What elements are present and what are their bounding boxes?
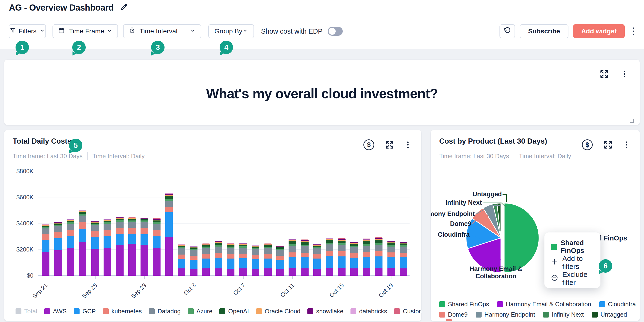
- stacked-bar[interactable]: [313, 244, 321, 276]
- bar-segment[interactable]: [338, 243, 346, 245]
- stacked-bar[interactable]: [350, 242, 358, 276]
- bar-segment[interactable]: [301, 257, 308, 268]
- legend-item[interactable]: kubernetes: [103, 308, 142, 315]
- bar-segment[interactable]: [227, 245, 234, 247]
- bar-segment[interactable]: [165, 199, 173, 201]
- bar-segment[interactable]: [42, 227, 50, 228]
- currency-icon[interactable]: $: [364, 139, 374, 150]
- bar-segment[interactable]: [326, 268, 333, 276]
- bar-segment[interactable]: [338, 256, 346, 268]
- legend-item[interactable]: Azure: [188, 308, 212, 315]
- bar-segment[interactable]: [153, 222, 160, 224]
- bar-segment[interactable]: [338, 241, 346, 244]
- bar-segment[interactable]: [326, 243, 333, 244]
- bar-segment[interactable]: [264, 254, 272, 259]
- bar-segment[interactable]: [363, 252, 370, 257]
- bar-segment[interactable]: [301, 246, 308, 253]
- bar-segment[interactable]: [240, 248, 247, 254]
- bar-segment[interactable]: [66, 222, 74, 224]
- bar-segment[interactable]: [264, 268, 272, 276]
- stacked-bar[interactable]: [264, 244, 272, 276]
- bar-segment[interactable]: [375, 243, 382, 245]
- legend-item[interactable]: GCP: [74, 308, 96, 315]
- stacked-bar[interactable]: [326, 238, 333, 276]
- tour-badge-3[interactable]: 3: [151, 41, 164, 54]
- stacked-bar[interactable]: [388, 241, 395, 276]
- bar-segment[interactable]: [165, 212, 173, 237]
- stacked-bar[interactable]: [153, 218, 160, 276]
- bar-segment[interactable]: [215, 245, 222, 247]
- bar-segment[interactable]: [116, 222, 124, 228]
- bar-segment[interactable]: [276, 260, 284, 269]
- legend-item[interactable]: Total: [16, 308, 37, 315]
- stacked-bar[interactable]: [66, 219, 74, 276]
- bar-segment[interactable]: [178, 255, 185, 259]
- bar-segment[interactable]: [153, 224, 160, 230]
- bar-segment[interactable]: [104, 248, 111, 276]
- bar-segment[interactable]: [104, 236, 111, 248]
- bar-segment[interactable]: [375, 245, 382, 251]
- bar-segment[interactable]: [288, 246, 296, 252]
- bar-segment[interactable]: [91, 225, 99, 231]
- bar-segment[interactable]: [240, 245, 247, 246]
- bar-segment[interactable]: [313, 248, 321, 254]
- bar-segment[interactable]: [165, 196, 173, 199]
- bar-segment[interactable]: [252, 255, 259, 259]
- tour-badge-5[interactable]: 5: [69, 139, 82, 152]
- tour-badge-4[interactable]: 4: [220, 41, 233, 54]
- bar-segment[interactable]: [400, 244, 407, 245]
- bar-segment[interactable]: [116, 245, 124, 276]
- bar-segment[interactable]: [42, 252, 50, 276]
- bar-segment[interactable]: [215, 253, 222, 258]
- legend-item[interactable]: Cloudinfra: [599, 301, 636, 308]
- bar-segment[interactable]: [264, 245, 272, 247]
- tour-badge-1[interactable]: 1: [16, 41, 29, 54]
- bar-segment[interactable]: [301, 253, 308, 257]
- bar-segment[interactable]: [66, 248, 74, 276]
- bar-segment[interactable]: [301, 245, 308, 247]
- bar-segment[interactable]: [202, 259, 210, 268]
- add-to-filters-menu-item[interactable]: Add to filters: [551, 255, 594, 271]
- bar-segment[interactable]: [215, 268, 222, 276]
- tour-badge-6[interactable]: 6: [599, 259, 612, 273]
- bar-segment[interactable]: [42, 234, 50, 240]
- edit-title-button[interactable]: [119, 3, 129, 12]
- bar-segment[interactable]: [42, 228, 50, 234]
- stacked-bar[interactable]: [91, 221, 99, 276]
- bar-segment[interactable]: [202, 254, 210, 258]
- bar-segment[interactable]: [178, 259, 185, 268]
- bar-segment[interactable]: [326, 240, 333, 243]
- legend-item[interactable]: Oracle Cloud: [256, 308, 300, 315]
- time-interval-dropdown[interactable]: Time Interval: [123, 24, 201, 38]
- bar-segment[interactable]: [363, 241, 370, 244]
- bar-segment[interactable]: [140, 245, 148, 276]
- stacked-bar[interactable]: [363, 239, 370, 276]
- stacked-bar[interactable]: [104, 219, 111, 276]
- stacked-bar[interactable]: [116, 217, 124, 276]
- legend-item[interactable]: Harmony Endpoint: [476, 311, 535, 318]
- bar-segment[interactable]: [104, 222, 111, 224]
- bar-segment[interactable]: [153, 248, 160, 276]
- bar-segment[interactable]: [153, 230, 160, 236]
- bar-segment[interactable]: [338, 268, 346, 276]
- bar-segment[interactable]: [388, 243, 395, 245]
- bar-segment[interactable]: [338, 251, 346, 256]
- bar-segment[interactable]: [54, 226, 62, 232]
- bar-segment[interactable]: [104, 230, 111, 236]
- bar-segment[interactable]: [54, 250, 62, 276]
- bar-segment[interactable]: [400, 268, 407, 276]
- bar-segment[interactable]: [190, 260, 198, 269]
- bar-segment[interactable]: [128, 222, 136, 228]
- legend-item[interactable]: Datadog: [149, 308, 180, 315]
- bar-segment[interactable]: [264, 259, 272, 268]
- bar-segment[interactable]: [140, 228, 148, 234]
- edp-toggle[interactable]: [328, 27, 343, 36]
- expand-icon[interactable]: [603, 140, 613, 150]
- legend-item[interactable]: databricks: [350, 308, 387, 315]
- bar-segment[interactable]: [400, 253, 407, 257]
- stacked-bar[interactable]: [128, 217, 136, 276]
- bar-segment[interactable]: [79, 229, 86, 242]
- legend-item[interactable]: snowflake: [308, 308, 344, 315]
- bar-segment[interactable]: [79, 242, 86, 276]
- bar-segment[interactable]: [190, 269, 198, 276]
